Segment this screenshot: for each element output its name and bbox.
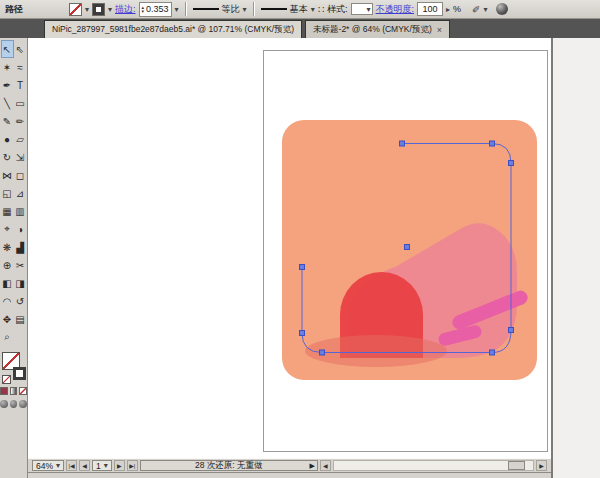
status-bar: 64% ▾ |◀ ◀ 1 ▾ ▶ ▶| 28 次还原: 无重做 ▶ ◀ ▶ [28,458,551,472]
screen-mode-full-button[interactable] [19,400,27,408]
brush-dropdown-icon[interactable]: ▾ [311,5,315,14]
pencil-tool[interactable]: ✏ [14,112,27,130]
blend-tool[interactable]: ◑ [14,220,27,238]
last-artboard-button[interactable]: ▶| [127,460,138,471]
live-paint-bucket-tool[interactable]: ◧ [1,274,14,292]
print-tiling-tool[interactable]: ▤ [14,310,27,328]
live-paint-selection-tool[interactable]: ◨ [14,274,27,292]
rotate-tool[interactable]: ↻ [1,148,14,166]
width-tool[interactable]: ⋈ [1,166,14,184]
style-label: 样式: [327,3,348,16]
fill-color-swatch[interactable] [69,3,82,16]
perspective-grid-tool[interactable]: ⊿ [14,184,27,202]
warp-tool[interactable]: ◠ [1,292,14,310]
anchor-point[interactable] [509,161,514,166]
mesh-tool[interactable]: ▦ [1,202,14,220]
type-tool[interactable]: T [14,76,27,94]
stroke-weight-value: 0.353 [146,4,169,14]
stroke-weight-dropdown-icon[interactable]: ▾ [175,5,179,14]
stroke-dropdown-icon[interactable]: ▾ [108,5,112,14]
paintbrush-tool[interactable]: ✎ [1,112,14,130]
twirl-tool[interactable]: ↺ [14,292,27,310]
magic-wand-tool[interactable]: ✶ [1,58,14,76]
rectangle-tool[interactable]: ▭ [14,94,27,112]
toolbox-spacer [14,328,27,346]
line-segment-tool[interactable]: ╲ [1,94,14,112]
width-profile-dropdown-icon[interactable]: ▾ [243,5,247,14]
brush-preview [261,8,287,10]
spin-down-icon[interactable]: ▾ [142,9,145,13]
selection-tool[interactable]: ↖ [1,40,14,58]
hand-tool[interactable]: ✥ [1,310,14,328]
tool-row-0: ↖⇖ [0,40,27,58]
artboard-number-combo[interactable]: 1 ▾ [92,460,112,471]
column-graph-tool[interactable]: ▟ [14,238,27,256]
document-tab-2[interactable]: 未标题-2* @ 64% (CMYK/预览) × [305,20,450,38]
eraser-tool[interactable]: ▱ [14,130,27,148]
brush-options-dropdown-icon[interactable]: ▾ [483,5,487,14]
gradient-tool[interactable]: ▥ [14,202,27,220]
direct-selection-tool[interactable]: ⇖ [14,40,27,58]
zoom-level-combo[interactable]: 64% ▾ [32,460,64,471]
style-combo[interactable]: ▾ [351,3,373,15]
canvas-area[interactable] [28,38,551,458]
mailbox-base-shadow-shape[interactable] [305,335,447,367]
lasso-tool[interactable]: ≈ [14,58,27,76]
anchor-point[interactable] [490,350,495,355]
anchor-point[interactable] [300,331,305,336]
artboard-dropdown-icon[interactable]: ▾ [104,461,108,470]
screen-mode-normal-button[interactable] [0,400,8,408]
recolor-artwork-icon[interactable]: ∷ [318,4,324,15]
brush-options-icon[interactable]: ✐ [472,4,480,15]
zoom-tool[interactable]: ⌕ [1,328,14,346]
status-readout[interactable]: 28 次还原: 无重做 ▶ [140,460,318,471]
shape-builder-tool[interactable]: ◱ [1,184,14,202]
tool-row-5: ●▱ [0,130,27,148]
artboard-tool[interactable]: ⊕ [1,256,14,274]
anchor-point[interactable] [405,245,410,250]
scale-tool[interactable]: ⇲ [14,148,27,166]
anchor-point[interactable] [509,328,514,333]
style-dropdown-icon[interactable]: ▾ [367,5,371,14]
paint-color-button[interactable] [0,387,8,395]
scroll-left-button[interactable]: ◀ [320,460,331,471]
first-artboard-button[interactable]: |◀ [66,460,77,471]
opacity-link[interactable]: 不透明度: [376,3,415,16]
next-artboard-button[interactable]: ▶ [114,460,125,471]
scroll-right-button[interactable]: ▶ [536,460,547,471]
screen-mode-menu-button[interactable] [10,400,18,408]
paint-gradient-button[interactable] [10,387,18,395]
stroke-color-swatch[interactable] [92,3,105,16]
anchor-point[interactable] [320,350,325,355]
stroke-weight-stepper[interactable]: ▴ ▾ 0.353 [139,2,172,17]
scrollbar-thumb[interactable] [508,461,525,470]
stroke-indicator[interactable] [13,367,26,380]
slice-tool[interactable]: ✂ [14,256,27,274]
anchor-point[interactable] [490,141,495,146]
free-transform-tool[interactable]: ◻ [14,166,27,184]
tool-row-15: ✥▤ [0,310,27,328]
document-tab-1[interactable]: NiPic_287997_5981fbe2e87daeb5.ai* @ 107.… [44,20,302,38]
eyedropper-tool[interactable]: ⌖ [1,220,14,238]
zoom-dropdown-icon[interactable]: ▾ [56,461,60,470]
pen-tool[interactable]: ✒ [1,76,14,94]
tab-close-icon[interactable]: × [437,25,442,35]
document-tab-2-title: 未标题-2* @ 64% (CMYK/预览) [313,24,432,36]
tool-row-9: ▦▥ [0,202,27,220]
symbol-sprayer-tool[interactable]: ❋ [1,238,14,256]
anchor-point[interactable] [400,141,405,146]
opacity-field[interactable]: 100 [417,2,443,16]
anchor-point[interactable] [300,265,305,270]
opacity-dropdown-icon[interactable]: ▸ [446,5,450,14]
artwork[interactable] [28,38,551,458]
prev-artboard-button[interactable]: ◀ [79,460,90,471]
default-fill-stroke-icon[interactable] [2,375,11,384]
fill-dropdown-icon[interactable]: ▾ [85,5,89,14]
horizontal-scrollbar[interactable] [333,460,534,471]
blob-brush-tool[interactable]: ● [1,130,14,148]
stroke-weight-link[interactable]: 描边: [115,3,136,16]
paint-none-button[interactable] [19,387,27,395]
status-menu-arrow-icon[interactable]: ▶ [309,462,314,470]
window-bottom-edge [28,472,551,478]
cs-live-sphere-icon[interactable] [496,3,508,15]
